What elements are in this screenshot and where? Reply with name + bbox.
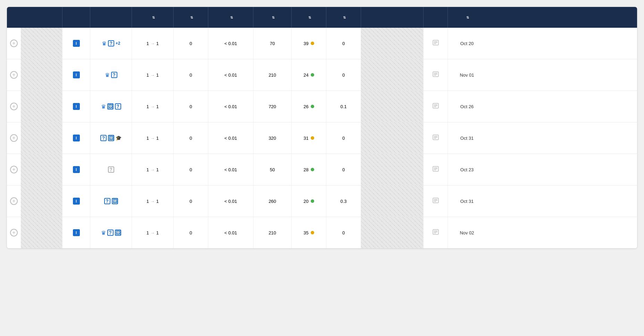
cpc-cell: 0	[326, 122, 361, 154]
header-sf[interactable]	[90, 7, 132, 28]
diff-sort-icon: ⇅	[190, 16, 193, 19]
pos-cell: 1 → 1	[132, 91, 174, 122]
serp-cell[interactable]	[424, 59, 448, 91]
table-row: + I ?🖼🎓 1 → 1 0 < 0.01 320 31 0	[7, 122, 637, 154]
image-icon: 🖼	[112, 198, 118, 204]
add-cell: +	[7, 28, 21, 59]
header-pos[interactable]: ⇅	[132, 7, 174, 28]
pos-arrow-icon: →	[150, 136, 155, 141]
volume-cell: 210	[253, 217, 292, 248]
add-button[interactable]: +	[10, 197, 18, 205]
add-button[interactable]: +	[10, 166, 18, 173]
add-cell: +	[7, 91, 21, 122]
upd-cell: Nov 01	[448, 59, 486, 91]
header-volume[interactable]: ⇅	[253, 7, 292, 28]
url-cell	[361, 217, 424, 248]
volume-value: 260	[269, 199, 276, 204]
add-cell: +	[7, 122, 21, 154]
intent-cell: I	[62, 217, 90, 248]
serp-icon[interactable]	[433, 103, 439, 110]
image-icon: 🖼	[115, 230, 121, 236]
diff-cell: 0	[174, 122, 208, 154]
url-cell	[361, 186, 424, 217]
add-button[interactable]: +	[10, 71, 18, 79]
header-cpc[interactable]: ⇅	[326, 7, 361, 28]
sf-cell: ♛?	[90, 59, 132, 91]
kd-value: 20	[303, 199, 308, 204]
url-thumbnail	[361, 154, 423, 185]
volume-sort-icon: ⇅	[272, 16, 275, 19]
keyword-cell	[21, 91, 62, 122]
updated-date: Oct 20	[460, 41, 474, 46]
keyword-thumbnail	[21, 186, 62, 217]
serp-cell[interactable]	[424, 217, 448, 248]
serp-icon[interactable]	[433, 40, 439, 47]
header-upd[interactable]: ⇅	[448, 7, 486, 28]
kd-dot	[311, 73, 314, 77]
header-intent[interactable]	[62, 7, 90, 28]
crown-icon: ♛	[101, 230, 106, 236]
volume-value: 720	[269, 104, 276, 109]
add-button[interactable]: +	[10, 134, 18, 142]
add-button[interactable]: +	[10, 103, 18, 110]
kd-dot	[311, 168, 314, 171]
serp-icon[interactable]	[433, 229, 439, 236]
kd-cell: 31	[292, 122, 326, 154]
serp-icon[interactable]	[433, 135, 439, 141]
traffic-value: < 0.01	[224, 104, 237, 109]
diff-value: 0	[190, 41, 192, 46]
pos-from: 1	[147, 167, 149, 172]
url-cell	[361, 154, 424, 185]
question-icon: ?	[115, 103, 121, 110]
header-serp[interactable]	[424, 7, 448, 28]
intent-badge: I	[73, 229, 80, 236]
intent-cell: I	[62, 186, 90, 217]
pos-arrow-icon: →	[150, 104, 155, 109]
header-traffic[interactable]: ⇅	[208, 7, 253, 28]
cpc-sort-icon: ⇅	[343, 16, 346, 19]
kd-dot	[311, 231, 314, 234]
sf-plus-link[interactable]: +2	[116, 41, 120, 46]
header-keyword[interactable]	[21, 7, 62, 28]
serp-icon[interactable]	[433, 166, 439, 173]
updated-date: Oct 23	[460, 167, 474, 172]
pos-from: 1	[147, 72, 149, 78]
header-url[interactable]	[361, 7, 424, 28]
sf-cell: ?	[90, 154, 132, 185]
add-button[interactable]: +	[10, 40, 18, 47]
header-kd[interactable]: ⇅	[292, 7, 326, 28]
traffic-value: < 0.01	[224, 199, 237, 204]
add-button[interactable]: +	[10, 229, 18, 236]
serp-icon[interactable]	[433, 71, 439, 78]
pos-from: 1	[147, 104, 149, 109]
pos-to: 1	[156, 136, 159, 141]
intent-cell: I	[62, 59, 90, 91]
diff-value: 0	[190, 199, 192, 204]
kd-value: 24	[303, 72, 308, 78]
kd-value: 39	[303, 41, 308, 46]
serp-cell[interactable]	[424, 154, 448, 185]
cpc-cell: 0	[326, 217, 361, 248]
url-cell	[361, 91, 424, 122]
serp-icon[interactable]	[433, 198, 439, 205]
upd-cell: Oct 31	[448, 122, 486, 154]
header-diff[interactable]: ⇅	[174, 7, 208, 28]
diff-value: 0	[190, 136, 192, 141]
cpc-value: 0	[342, 41, 345, 46]
pos-from: 1	[147, 41, 149, 46]
kd-cell: 28	[292, 154, 326, 185]
cpc-cell: 0.3	[326, 186, 361, 217]
serp-cell[interactable]	[424, 28, 448, 59]
volume-value: 320	[269, 136, 276, 141]
diff-cell: 0	[174, 91, 208, 122]
volume-value: 50	[270, 167, 275, 172]
question-icon: ?	[104, 198, 110, 204]
intent-badge: I	[73, 103, 80, 110]
volume-cell: 210	[253, 59, 292, 91]
serp-cell[interactable]	[424, 122, 448, 154]
url-cell	[361, 28, 424, 59]
serp-cell[interactable]	[424, 186, 448, 217]
table-row: + I ♛?🖼 1 → 1 0 < 0.01 210 35 0	[7, 217, 637, 248]
serp-cell[interactable]	[424, 91, 448, 122]
pos-from: 1	[147, 199, 149, 204]
